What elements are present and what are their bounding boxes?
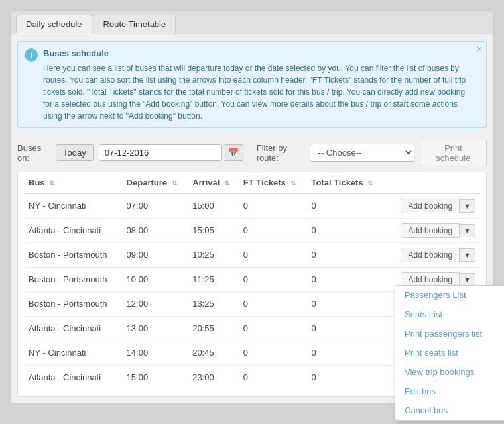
cell-departure: 08:00 xyxy=(123,218,189,242)
info-title: Buses schedule xyxy=(43,47,470,60)
cell-ft-tickets: 0 xyxy=(239,218,308,242)
cell-departure: 09:00 xyxy=(123,242,189,267)
cell-total-tickets: 0 xyxy=(307,193,386,219)
print-schedule-button[interactable]: Print schedule xyxy=(420,140,487,166)
tab-daily-schedule[interactable]: Daily schedule xyxy=(16,15,92,34)
cell-bus: Boston - Portsmouth xyxy=(25,242,123,267)
context-menu-item[interactable]: Print seats list xyxy=(395,343,504,362)
cell-departure: 15:00 xyxy=(123,365,189,390)
table-row: Boston - Portsmouth 09:00 10:25 0 0 Add … xyxy=(25,242,479,267)
cell-actions: Add booking▼ xyxy=(386,218,479,242)
col-total-tickets[interactable]: Total Tickets ⇅ xyxy=(307,172,386,193)
add-booking-dropdown-button[interactable]: ▼ xyxy=(460,199,475,213)
cell-total-tickets: 0 xyxy=(307,316,386,341)
calendar-icon[interactable]: 📅 xyxy=(224,144,243,161)
cell-total-tickets: 0 xyxy=(307,365,386,390)
cell-ft-tickets: 0 xyxy=(239,267,308,292)
context-menu-item[interactable]: Edit bus xyxy=(395,382,504,401)
cell-bus: Atlanta - Cincinnati xyxy=(25,365,123,390)
filter-by-route-label: Filter by route: xyxy=(257,143,304,163)
cell-total-tickets: 0 xyxy=(307,292,386,316)
cell-arrival: 20:45 xyxy=(188,341,239,365)
cell-departure: 13:00 xyxy=(123,316,189,341)
add-booking-button[interactable]: Add booking xyxy=(401,223,460,238)
tab-route-timetable[interactable]: Route Timetable xyxy=(94,15,176,34)
cell-arrival: 23:00 xyxy=(188,365,239,390)
cell-arrival: 15:05 xyxy=(188,218,239,242)
cell-departure: 10:00 xyxy=(123,267,189,292)
cell-arrival: 10:25 xyxy=(188,242,239,267)
route-filter-select[interactable]: -- Choose-- xyxy=(310,144,414,162)
buses-on-label: Buses on: xyxy=(17,143,50,163)
cell-bus: NY - Cincinnati xyxy=(25,193,123,219)
cell-departure: 12:00 xyxy=(123,292,189,316)
cell-departure: 07:00 xyxy=(123,193,189,219)
col-arrival[interactable]: Arrival ⇅ xyxy=(188,172,239,193)
cell-total-tickets: 0 xyxy=(307,242,386,267)
cell-ft-tickets: 0 xyxy=(239,292,308,316)
cell-ft-tickets: 0 xyxy=(239,316,308,341)
context-dropdown-menu: Passengers ListSeats ListPrint passenger… xyxy=(395,285,504,421)
cell-arrival: 20:55 xyxy=(188,316,239,341)
cell-departure: 14:00 xyxy=(123,341,189,365)
cell-ft-tickets: 0 xyxy=(239,242,308,267)
info-close-button[interactable]: × xyxy=(477,44,482,54)
add-booking-button[interactable]: Add booking xyxy=(401,199,460,213)
cell-bus: Boston - Portsmouth xyxy=(25,292,123,316)
info-icon: i xyxy=(25,48,38,62)
context-menu-item[interactable]: View trip bookings xyxy=(395,362,504,382)
context-menu-item[interactable]: Print passengers list xyxy=(395,324,504,343)
cell-bus: NY - Cincinnati xyxy=(25,341,123,365)
cell-bus: Boston - Portsmouth xyxy=(25,267,123,292)
cell-total-tickets: 0 xyxy=(307,341,386,365)
col-ft-tickets[interactable]: FT Tickets ⇅ xyxy=(239,172,308,193)
cell-ft-tickets: 0 xyxy=(239,193,308,219)
cell-total-tickets: 0 xyxy=(307,267,386,292)
add-booking-button[interactable]: Add booking xyxy=(401,248,460,262)
cell-bus: Atlanta - Cincinnati xyxy=(25,218,123,242)
table-header-row: Bus ⇅ Departure ⇅ Arrival ⇅ FT Tickets ⇅… xyxy=(25,172,479,193)
info-body: Here you can see a list of buses that wi… xyxy=(43,64,466,121)
tabs-bar: Daily schedule Route Timetable xyxy=(11,11,493,34)
cell-arrival: 15:00 xyxy=(188,193,239,219)
add-booking-dropdown-button[interactable]: ▼ xyxy=(460,273,475,286)
table-row: NY - Cincinnati 07:00 15:00 0 0 Add book… xyxy=(25,193,479,219)
add-booking-dropdown-button[interactable]: ▼ xyxy=(460,248,475,262)
col-bus[interactable]: Bus ⇅ xyxy=(25,172,123,193)
info-text: Buses schedule Here you can see a list o… xyxy=(43,47,470,122)
toolbar: Buses on: Today 📅 Filter by route: -- Ch… xyxy=(11,134,493,172)
context-menu-item[interactable]: Seats List xyxy=(395,305,504,324)
context-menu-item[interactable]: Passengers List xyxy=(395,286,504,305)
cell-actions: Add booking▼ xyxy=(386,242,479,267)
col-actions xyxy=(386,172,479,193)
context-menu-item[interactable]: Cancel bus xyxy=(395,401,504,420)
today-button[interactable]: Today xyxy=(56,144,94,161)
col-departure[interactable]: Departure ⇅ xyxy=(123,172,189,193)
date-input[interactable] xyxy=(99,144,222,161)
add-booking-dropdown-button[interactable]: ▼ xyxy=(460,224,475,237)
cell-total-tickets: 0 xyxy=(307,218,386,242)
cell-ft-tickets: 0 xyxy=(239,365,308,390)
cell-actions: Add booking▼ xyxy=(386,193,479,219)
cell-bus: Atlanta - Cincinnati xyxy=(25,316,123,341)
cell-arrival: 13:25 xyxy=(188,292,239,316)
table-row: Atlanta - Cincinnati 08:00 15:05 0 0 Add… xyxy=(25,218,479,242)
cell-ft-tickets: 0 xyxy=(239,341,308,365)
info-box: i Buses schedule Here you can see a list… xyxy=(17,41,487,128)
cell-arrival: 11:25 xyxy=(188,267,239,292)
